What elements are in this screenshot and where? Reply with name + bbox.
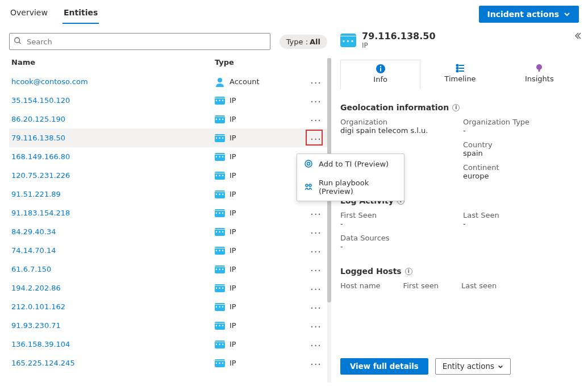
svg-point-1 bbox=[218, 78, 222, 82]
row-more-button[interactable]: ... bbox=[305, 283, 327, 294]
country-value: spain bbox=[463, 149, 579, 157]
view-full-details-button[interactable]: View full details bbox=[340, 358, 428, 375]
ip-icon: ••• bbox=[215, 115, 225, 123]
menu-run-playbook-label: Run playbook (Preview) bbox=[319, 179, 397, 196]
tab-info[interactable]: Info bbox=[340, 60, 420, 89]
entity-type-cell: Account bbox=[215, 77, 305, 87]
org-value: digi spain telecom s.l.u. bbox=[340, 126, 456, 135]
tab-entities[interactable]: Entities bbox=[62, 5, 99, 24]
row-more-button[interactable]: ... bbox=[305, 339, 327, 350]
entity-row[interactable]: 168.149.166.80•••IP... bbox=[9, 147, 327, 166]
row-more-button[interactable]: ... bbox=[305, 226, 327, 238]
orgtype-label: Organization Type bbox=[463, 118, 579, 126]
menu-run-playbook[interactable]: Run playbook (Preview) bbox=[297, 173, 404, 201]
entity-name-link[interactable]: 79.116.138.50 bbox=[11, 134, 215, 142]
menu-add-to-ti[interactable]: Add to TI (Preview) bbox=[297, 154, 404, 173]
info-icon[interactable]: i bbox=[452, 104, 460, 111]
entity-row[interactable]: 120.75.231.226•••IP... bbox=[9, 166, 327, 185]
entity-row[interactable]: hcook@contoso.comAccount... bbox=[9, 72, 327, 91]
svg-point-8 bbox=[536, 64, 542, 70]
entity-name-link[interactable]: 91.51.221.89 bbox=[11, 190, 215, 198]
row-more-button[interactable]: ... bbox=[305, 301, 327, 313]
entity-row[interactable]: 35.154.150.120•••IP... bbox=[9, 91, 327, 110]
entity-type-cell: •••IP bbox=[215, 115, 305, 123]
ip-icon: ••• bbox=[215, 322, 225, 330]
ip-icon: ••• bbox=[215, 265, 225, 273]
search-icon bbox=[14, 37, 22, 47]
row-more-button[interactable]: ... bbox=[305, 95, 327, 106]
entity-name-link[interactable]: 35.154.150.120 bbox=[11, 96, 215, 105]
entity-row[interactable]: 194.2.202.86•••IP... bbox=[9, 279, 327, 297]
entity-name-link[interactable]: 212.0.101.162 bbox=[11, 302, 215, 311]
geo-heading: Geolocation information bbox=[340, 103, 449, 112]
entity-name-link[interactable]: 165.225.124.245 bbox=[11, 359, 215, 367]
entity-type-cell: •••IP bbox=[215, 190, 305, 198]
ip-icon: ••• bbox=[215, 303, 225, 311]
svg-point-5 bbox=[456, 65, 458, 67]
incident-actions-label: Incident actions bbox=[487, 10, 559, 19]
entity-name-link[interactable]: 91.93.230.71 bbox=[11, 321, 215, 330]
incident-actions-button[interactable]: Incident actions bbox=[479, 6, 579, 23]
entity-row[interactable]: 91.183.154.218•••IP... bbox=[9, 204, 327, 222]
entity-row[interactable]: 86.20.125.190•••IP... bbox=[9, 110, 327, 128]
entity-actions-button[interactable]: Entity actions bbox=[435, 358, 511, 375]
row-more-button[interactable]: ... bbox=[305, 76, 327, 88]
target-icon bbox=[304, 159, 313, 168]
entity-type-cell: •••IP bbox=[215, 246, 305, 255]
entity-name-link[interactable]: 74.14.70.14 bbox=[11, 246, 215, 255]
entity-row[interactable]: 74.14.70.14•••IP... bbox=[9, 241, 327, 260]
row-more-button[interactable]: ... bbox=[305, 264, 327, 275]
column-header-name[interactable]: Name bbox=[11, 58, 215, 67]
entity-name-link[interactable]: 61.6.7.150 bbox=[11, 265, 215, 273]
entity-row[interactable]: 165.225.124.245•••IP... bbox=[9, 354, 327, 372]
info-icon[interactable]: i bbox=[405, 268, 412, 275]
column-header-type[interactable]: Type bbox=[215, 58, 327, 67]
entity-row[interactable]: 91.51.221.89•••IP... bbox=[9, 185, 327, 204]
menu-add-to-ti-label: Add to TI (Preview) bbox=[319, 160, 389, 168]
continent-value: europe bbox=[463, 172, 579, 180]
row-more-button[interactable]: ... bbox=[305, 358, 327, 369]
entity-name-link[interactable]: 91.183.154.218 bbox=[11, 209, 215, 217]
entity-actions-label: Entity actions bbox=[443, 362, 494, 371]
tab-timeline[interactable]: Timeline bbox=[420, 60, 499, 89]
ip-icon: ••• bbox=[215, 359, 225, 367]
entity-row[interactable]: 91.93.230.71•••IP... bbox=[9, 316, 327, 335]
scrollbar[interactable] bbox=[327, 58, 331, 383]
entity-row[interactable]: 61.6.7.150•••IP... bbox=[9, 260, 327, 279]
entity-name-link[interactable]: 168.149.166.80 bbox=[11, 152, 215, 161]
svg-point-13 bbox=[309, 184, 311, 186]
row-more-button[interactable]: ... bbox=[305, 245, 327, 256]
data-sources-label: Data Sources bbox=[340, 234, 456, 242]
entity-row[interactable]: 84.29.40.34•••IP... bbox=[9, 222, 327, 241]
entity-title: 79.116.138.50 bbox=[362, 31, 436, 41]
tab-insights[interactable]: Insights bbox=[500, 60, 579, 89]
row-more-button[interactable]: ... bbox=[305, 320, 327, 331]
entity-row[interactable]: 79.116.138.50•••IP... bbox=[9, 128, 327, 147]
entity-name-link[interactable]: 84.29.40.34 bbox=[11, 227, 215, 236]
entity-row[interactable]: 212.0.101.162•••IP... bbox=[9, 297, 327, 316]
tab-timeline-label: Timeline bbox=[444, 74, 476, 83]
search-input[interactable] bbox=[9, 33, 270, 50]
entity-row[interactable]: 136.158.39.104•••IP... bbox=[9, 335, 327, 354]
entity-name-link[interactable]: 136.158.39.104 bbox=[11, 340, 215, 348]
svg-point-4 bbox=[380, 66, 381, 67]
entity-name-link[interactable]: 86.20.125.190 bbox=[11, 115, 215, 123]
svg-point-12 bbox=[306, 184, 308, 186]
first-seen-value: - bbox=[340, 219, 456, 228]
row-more-button[interactable]: ... bbox=[305, 132, 327, 144]
type-filter-pill[interactable]: Type : All bbox=[280, 35, 327, 49]
entity-type-cell: •••IP bbox=[215, 96, 305, 105]
svg-rect-3 bbox=[380, 68, 381, 72]
tab-overview[interactable]: Overview bbox=[9, 5, 49, 24]
continent-label: Continent bbox=[463, 163, 579, 172]
insights-icon bbox=[534, 63, 544, 73]
orgtype-value: - bbox=[463, 126, 579, 135]
ip-icon: ••• bbox=[340, 34, 356, 47]
entity-name-link[interactable]: 194.2.202.86 bbox=[11, 284, 215, 292]
playbook-icon bbox=[304, 182, 313, 192]
ip-icon: ••• bbox=[215, 190, 225, 198]
row-more-button[interactable]: ... bbox=[305, 114, 327, 125]
entity-name-link[interactable]: hcook@contoso.com bbox=[11, 77, 215, 86]
row-more-button[interactable]: ... bbox=[305, 207, 327, 219]
entity-name-link[interactable]: 120.75.231.226 bbox=[11, 171, 215, 180]
